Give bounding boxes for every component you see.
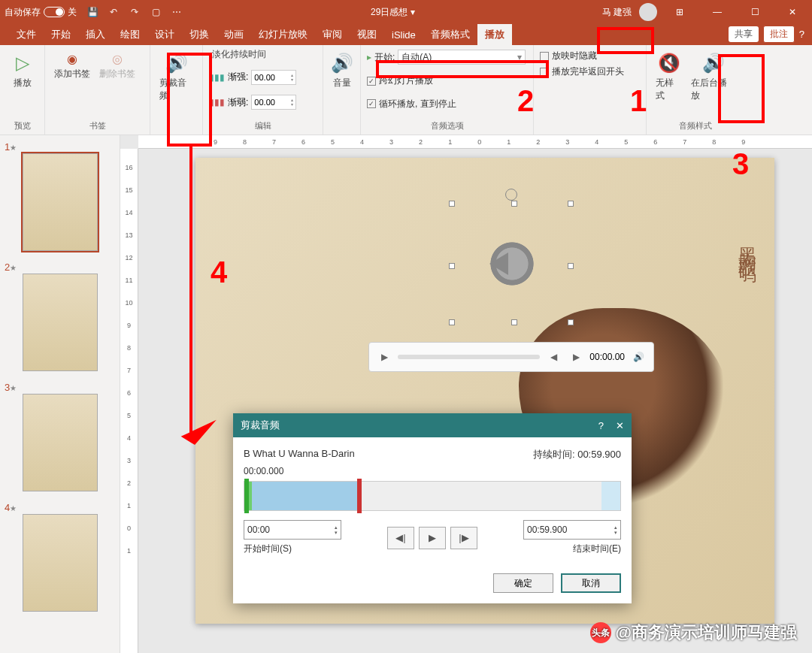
dialog-next-frame-icon[interactable]: |▶: [450, 527, 477, 549]
resize-handle[interactable]: [568, 201, 574, 207]
trim-audio-button[interactable]: 🔊 剪裁音频: [156, 48, 196, 105]
dialog-titlebar[interactable]: 剪裁音频 ? ✕: [233, 413, 632, 437]
dialog-close-icon[interactable]: ✕: [616, 420, 624, 431]
redo-icon[interactable]: ↷: [128, 5, 141, 19]
maximize-icon[interactable]: ☐: [740, 7, 770, 17]
ok-button[interactable]: 确定: [493, 573, 553, 593]
trim-audio-dialog: 剪裁音频 ? ✕ B What U Wanna B-Darin 持续时间: 00…: [233, 413, 632, 603]
thumb-4[interactable]: 4★: [5, 500, 115, 612]
track-name: B What U Wanna B-Darin: [244, 448, 355, 461]
preview-play-button[interactable]: ▷ 播放: [6, 48, 38, 92]
fade-duration-label: 淡化持续时间: [209, 48, 317, 61]
loop-checkbox[interactable]: ✓: [367, 99, 376, 108]
cancel-button[interactable]: 取消: [561, 573, 621, 593]
play-bg-icon: 🔊: [701, 51, 726, 75]
style-group-label: 音频样式: [653, 120, 738, 132]
tab-animations[interactable]: 动画: [217, 24, 251, 45]
end-time-input[interactable]: 00:59.900: [523, 520, 621, 540]
hide-checkbox[interactable]: [540, 52, 549, 61]
tab-slideshow[interactable]: 幻灯片放映: [251, 24, 315, 45]
username: 马 建强: [602, 6, 632, 19]
rewind-checkbox[interactable]: [540, 68, 549, 77]
start-time-input[interactable]: 00:00: [244, 520, 341, 540]
fade-out-input[interactable]: 00.00: [251, 95, 296, 110]
resize-handle[interactable]: [511, 319, 517, 325]
ribbon: ▷ 播放 预览 ◉ 添加书签 ◎ 删除书签 书签 🔊 剪裁音频 淡化持续时间 ▮…: [0, 45, 812, 135]
more-icon[interactable]: ⋯: [170, 5, 183, 19]
watermark: 头条 @商务演示培训师马建强: [590, 621, 797, 644]
slideshow-icon[interactable]: ▢: [149, 5, 162, 19]
thumb-1[interactable]: 1★: [5, 140, 115, 251]
title-bar: 自动保存 关 💾 ↶ ↷ ▢ ⋯ 29日感想 ▾ 马 建强 ⊞ — ☐ ✕: [0, 0, 812, 24]
resize-handle[interactable]: [449, 201, 455, 207]
undo-icon[interactable]: ↶: [107, 5, 120, 19]
trim-end-handle[interactable]: [357, 479, 362, 513]
autosave-state: 关: [68, 6, 77, 19]
slide-vertical-text: 黑胸歌鸲: [735, 233, 759, 257]
tab-draw[interactable]: 绘图: [113, 24, 147, 45]
resize-handle[interactable]: [449, 263, 455, 269]
start-play-icon: ▸: [367, 52, 371, 62]
player-play-icon[interactable]: ▶: [375, 348, 393, 366]
autosave-toggle[interactable]: 自动保存 关: [5, 6, 77, 19]
play-background-button[interactable]: 🔊 在后台播放: [688, 48, 738, 105]
start-time-label: 开始时间(S): [244, 543, 341, 555]
player-prev-icon[interactable]: ◀: [544, 348, 562, 366]
dialog-prev-frame-icon[interactable]: ◀|: [387, 527, 414, 549]
close-icon[interactable]: ✕: [777, 7, 807, 17]
comments-button[interactable]: 批注: [763, 26, 795, 43]
title-right: 马 建强 ⊞ — ☐ ✕: [602, 3, 807, 21]
rotate-handle-icon[interactable]: [505, 189, 517, 201]
minimize-icon[interactable]: —: [702, 7, 732, 17]
no-style-icon: 🔇: [657, 51, 681, 75]
thumb-2[interactable]: 2★: [5, 260, 115, 371]
share-button[interactable]: 共享: [729, 26, 759, 42]
help-icon[interactable]: ?: [799, 29, 804, 40]
tab-insert[interactable]: 插入: [78, 24, 113, 45]
across-slides-checkbox[interactable]: ✓: [367, 77, 376, 86]
avatar-icon[interactable]: [639, 3, 657, 21]
horizontal-ruler: 9876543210123456789: [138, 135, 812, 149]
watermark-text: @商务演示培训师马建强: [616, 621, 797, 644]
player-next-icon[interactable]: ▶: [567, 348, 585, 366]
thumb-3[interactable]: 3★: [5, 380, 115, 491]
duration-label: 持续时间: 00:59.900: [533, 448, 621, 461]
resize-handle[interactable]: [568, 263, 574, 269]
fade-in-input[interactable]: 00.00: [251, 70, 296, 85]
dialog-play-icon[interactable]: ▶: [419, 527, 446, 549]
volume-button[interactable]: 🔊 音量: [329, 48, 354, 92]
document-title[interactable]: 29日感想 ▾: [183, 6, 602, 19]
speaker-icon: 🔊: [165, 51, 189, 75]
player-volume-icon[interactable]: 🔊: [629, 348, 647, 366]
audio-player-bar: ▶ ◀ ▶ 00:00.00 🔊: [368, 342, 654, 372]
start-dropdown[interactable]: 自动(A): [398, 50, 526, 65]
save-icon[interactable]: 💾: [86, 5, 99, 19]
volume-icon: 🔊: [330, 51, 354, 75]
waveform[interactable]: [244, 481, 621, 511]
resize-handle[interactable]: [511, 201, 517, 207]
autosave-label: 自动保存: [5, 6, 41, 19]
tab-review[interactable]: 审阅: [315, 24, 350, 45]
tab-home[interactable]: 开始: [44, 24, 78, 45]
ribbon-options-icon[interactable]: ⊞: [665, 7, 695, 17]
tab-islide[interactable]: iSlide: [384, 24, 423, 45]
dialog-help-icon[interactable]: ?: [598, 420, 604, 431]
resize-handle[interactable]: [449, 319, 455, 325]
add-bookmark-button[interactable]: ◉ 添加书签: [51, 48, 93, 83]
tab-design[interactable]: 设计: [147, 24, 182, 45]
trim-start-handle[interactable]: [244, 479, 249, 513]
annotation-2: 2: [517, 84, 534, 118]
tab-transitions[interactable]: 切换: [182, 24, 217, 45]
slide-thumbnails[interactable]: 1★ 2★ 3★ 4★: [0, 135, 120, 653]
tab-audio-format[interactable]: 音频格式: [423, 24, 477, 45]
no-style-button[interactable]: 🔇 无样式: [653, 48, 685, 105]
quick-access-toolbar: 💾 ↶ ↷ ▢ ⋯: [86, 5, 183, 19]
fade-out-icon: ▮▮▮: [209, 97, 225, 107]
tab-file[interactable]: 文件: [9, 24, 44, 45]
audio-object-selection[interactable]: [451, 203, 571, 323]
tab-playback[interactable]: 播放: [477, 24, 512, 45]
player-progress[interactable]: [398, 355, 540, 359]
resize-handle[interactable]: [568, 319, 574, 325]
tab-view[interactable]: 视图: [350, 24, 384, 45]
thumb-4-image: [23, 514, 98, 612]
